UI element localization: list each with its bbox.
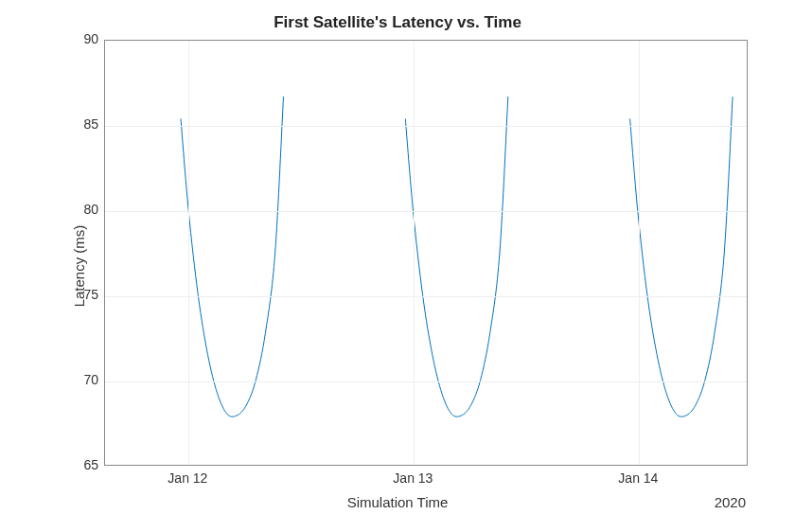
grid-line <box>188 41 189 465</box>
y-tick-label: 85 <box>61 116 98 132</box>
chart-title: First Satellite's Latency vs. Time <box>0 13 795 32</box>
y-tick-label: 80 <box>61 202 98 217</box>
grid-line <box>105 296 747 297</box>
x-axis-label: Simulation Time <box>0 494 795 510</box>
latency-curve <box>630 97 733 417</box>
data-line <box>105 41 747 465</box>
latency-curve <box>181 97 283 417</box>
grid-line <box>105 211 747 212</box>
y-tick-label: 65 <box>61 457 98 472</box>
grid-line <box>105 126 747 127</box>
plot-area <box>104 40 748 466</box>
grid-line <box>414 41 415 465</box>
y-tick-label: 70 <box>61 372 98 387</box>
grid-line <box>639 41 640 465</box>
y-tick-label: 90 <box>61 31 98 46</box>
y-tick-label: 75 <box>61 287 98 302</box>
year-label: 2020 <box>715 494 746 510</box>
x-tick-label: Jan 13 <box>384 470 441 486</box>
x-tick-label: Jan 14 <box>610 470 666 486</box>
grid-line <box>105 381 747 382</box>
latency-curve <box>405 97 507 417</box>
chart-container: First Satellite's Latency vs. Time Laten… <box>0 0 795 532</box>
x-tick-label: Jan 12 <box>159 470 216 486</box>
